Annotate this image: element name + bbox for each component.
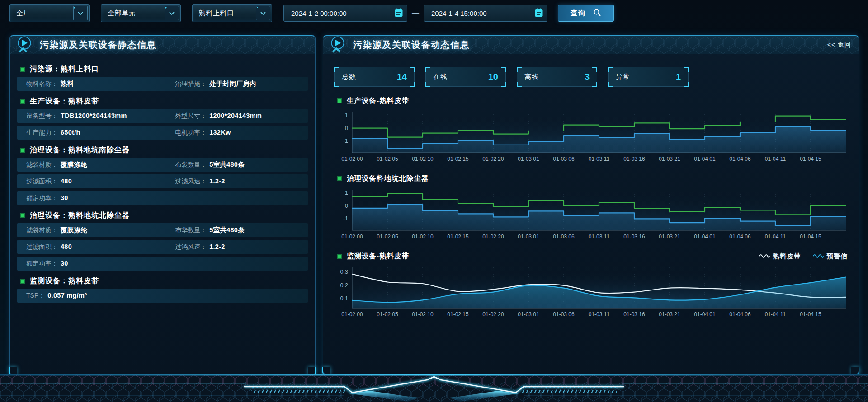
static-info-list: 污染源：熟料上料口物料名称：熟料治理措施：处于封闭厂房内生产设备：熟料皮带设备型… <box>10 54 315 303</box>
svg-text:0: 0 <box>345 125 348 131</box>
chart-canvas[interactable]: 10-101-02 0001-02 0501-02 1001-02 1501-0… <box>334 108 849 164</box>
svg-text:01-03 16: 01-03 16 <box>623 156 645 162</box>
info-field: 过滤风速：1.2-2 <box>175 178 308 186</box>
section-header: 治理设备：熟料地坑南除尘器 <box>17 142 308 158</box>
svg-text:01-04 11: 01-04 11 <box>765 156 786 162</box>
stat-card-异常: 异常1 <box>608 67 689 87</box>
svg-text:01-03 16: 01-03 16 <box>623 311 645 318</box>
svg-text:01-04 01: 01-04 01 <box>694 311 716 318</box>
green-square-bullet <box>20 148 25 153</box>
section-title: 治理设备：熟料地坑北除尘器 <box>30 211 130 220</box>
wave-line-icon <box>759 252 770 260</box>
charts-area: 生产设备-熟料皮带10-101-02 0001-02 0501-02 1001-… <box>334 95 848 320</box>
field-value: 处于封闭厂房内 <box>209 79 256 88</box>
svg-text:01-04 01: 01-04 01 <box>694 234 716 240</box>
svg-text:01-02 05: 01-02 05 <box>377 156 398 162</box>
info-field: 外型尺寸：1200*204143mm <box>175 112 308 120</box>
select-pollution-source[interactable]: 熟料上料口 <box>192 4 272 22</box>
green-square-bullet <box>20 67 25 72</box>
section-title: 生产设备：熟料皮带 <box>30 97 99 106</box>
svg-text:01-03 01: 01-03 01 <box>518 156 539 162</box>
svg-text:01-03 06: 01-03 06 <box>553 156 575 162</box>
field-label: 过滤面积： <box>26 178 58 186</box>
field-label: 外型尺寸： <box>175 112 207 120</box>
svg-text:01-04 15: 01-04 15 <box>800 311 821 318</box>
calendar-end-button[interactable] <box>530 5 547 22</box>
corner-bracket <box>308 367 316 375</box>
section-title: 治理设备：熟料地坑南除尘器 <box>30 145 130 155</box>
date-end-input[interactable]: 2024-1-4 15:00:00 <box>424 5 530 22</box>
chart-block-1: 治理设备料地坑北除尘器10-101-02 0001-02 0501-02 100… <box>334 173 848 242</box>
svg-text:01-02 10: 01-02 10 <box>412 311 434 318</box>
chart-title-row: 生产设备-熟料皮带 <box>334 95 848 107</box>
section-header: 治理设备：熟料地坑北除尘器 <box>17 208 308 223</box>
chart-title: 监测设备-熟料皮带 <box>347 252 409 261</box>
svg-text:01-04 15: 01-04 15 <box>800 156 821 162</box>
svg-text:01-03 11: 01-03 11 <box>589 156 610 162</box>
search-icon <box>593 9 601 18</box>
topbar: 全厂 全部单元 熟料上料口 2024-1-2 00:00:00 <box>9 4 859 22</box>
select-plant[interactable]: 全厂 <box>9 4 90 22</box>
svg-text:01-02 00: 01-02 00 <box>341 234 363 240</box>
svg-text:1: 1 <box>345 190 348 196</box>
field-label: 设备型号： <box>26 112 58 120</box>
field-label: 额定功率： <box>26 260 58 268</box>
field-value: 650t/h <box>61 129 80 136</box>
legend-item[interactable]: 熟料皮带 <box>759 252 801 261</box>
green-square-bullet <box>337 98 342 103</box>
select-unit[interactable]: 全部单元 <box>101 4 181 22</box>
stat-card-在线: 在线10 <box>425 67 506 87</box>
field-label: 过滤风速： <box>175 178 207 186</box>
svg-text:01-04 01: 01-04 01 <box>694 156 716 162</box>
svg-text:01-02 15: 01-02 15 <box>447 156 469 162</box>
select-pollution-source-value: 熟料上料口 <box>193 9 256 18</box>
info-field: 布华数量：5室共480条 <box>175 226 308 234</box>
field-value: 5室共480条 <box>209 160 245 169</box>
corner-bracket <box>9 367 17 375</box>
stat-card-总数: 总数14 <box>334 67 415 87</box>
field-label: 过滤面积： <box>26 243 58 251</box>
field-label: 治理措施： <box>175 80 207 88</box>
svg-text:01-03 01: 01-03 01 <box>518 234 539 240</box>
legend-item[interactable]: 预警信 <box>813 252 848 261</box>
svg-text:01-02 00: 01-02 00 <box>341 156 363 162</box>
chart-canvas[interactable]: 10-101-02 0001-02 0501-02 1001-02 1501-0… <box>334 186 849 242</box>
info-field: 过鸿风速：1.2-2 <box>175 243 308 251</box>
back-link[interactable]: << 返回 <box>827 41 851 49</box>
stat-value: 14 <box>397 72 407 82</box>
svg-text:01-03 21: 01-03 21 <box>659 311 680 318</box>
dynamic-info-panel: 污染源及关联设备动态信息 << 返回 总数14在线10离线3异常1 生产设备-熟… <box>323 35 859 374</box>
info-row: TSP：0.057 mg/m³ <box>17 289 308 303</box>
section-title: 污染源：熟料上料口 <box>30 65 99 74</box>
info-field: 电机功率：132Kw <box>175 129 308 137</box>
field-label: 额定功率： <box>26 194 58 202</box>
field-value: 5室共480条 <box>209 226 245 234</box>
field-label: 布华数量： <box>175 226 207 234</box>
info-field: 额定功率：30 <box>26 194 308 202</box>
calendar-start-button[interactable] <box>390 5 407 22</box>
info-row: 滤袋材质：覆膜涤纶布华数量：5室共480条 <box>17 223 308 237</box>
stat-label: 异常 <box>616 73 630 81</box>
section-header: 污染源：熟料上料口 <box>17 61 308 77</box>
field-label: 生产能力： <box>26 129 58 137</box>
info-field: TSP：0.057 mg/m³ <box>26 292 308 300</box>
chart-canvas[interactable]: 0.30.20.101-02 0001-02 0501-02 1001-02 1… <box>334 264 849 320</box>
svg-text:01-02 20: 01-02 20 <box>482 234 504 240</box>
dynamic-panel-header: 污染源及关联设备动态信息 << 返回 <box>323 35 859 54</box>
field-label: 滤袋材质： <box>26 226 58 234</box>
stat-value: 10 <box>488 72 498 82</box>
svg-text:01-04 06: 01-04 06 <box>729 156 751 162</box>
svg-text:01-02 05: 01-02 05 <box>377 234 398 240</box>
field-value: 480 <box>61 178 72 185</box>
dynamic-body: 总数14在线10离线3异常1 生产设备-熟料皮带10-101-02 0001-0… <box>323 67 859 320</box>
svg-text:0.3: 0.3 <box>340 269 348 275</box>
stat-label: 在线 <box>433 73 448 81</box>
query-button[interactable]: 查询 <box>558 5 614 22</box>
legend-label: 熟料皮带 <box>773 252 801 261</box>
calendar-icon <box>534 8 544 19</box>
date-start-input[interactable]: 2024-1-2 00:00:00 <box>283 5 390 22</box>
svg-text:-1: -1 <box>343 215 348 222</box>
field-label: TSP： <box>26 292 45 300</box>
green-square-bullet <box>337 254 342 259</box>
chevron-down-icon <box>256 6 270 20</box>
